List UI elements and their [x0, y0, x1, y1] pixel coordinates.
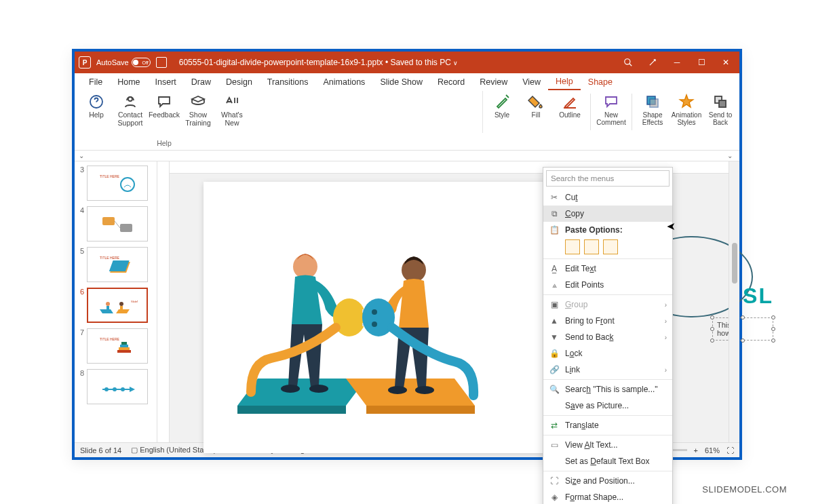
contextual-ribbon: Style Fill Outline New Comment Shape Eff… — [482, 91, 739, 133]
magic-icon[interactable] — [647, 57, 658, 68]
vertical-ruler — [157, 161, 170, 442]
lock-icon: 🔒 — [549, 348, 560, 359]
ribbon-collapse-bar[interactable]: ⌄ ⌄ — [75, 151, 739, 161]
edit-text-icon: A̲ — [549, 263, 560, 274]
save-icon[interactable] — [156, 57, 167, 68]
svg-rect-27 — [120, 345, 128, 347]
menu-insert[interactable]: Insert — [148, 75, 184, 90]
fit-to-window-icon[interactable]: ⛶ — [726, 446, 734, 454]
ribbon-contact-support[interactable]: Contact Support — [114, 94, 147, 127]
slide-counter[interactable]: Slide 6 of 14 — [80, 446, 121, 454]
svg-marker-37 — [366, 406, 475, 414]
ribbon-new-comment[interactable]: New Comment — [595, 94, 627, 130]
cm-alt-text[interactable]: ▭View Alt Text... — [543, 437, 672, 453]
chevron-down-icon: ⌄ — [79, 152, 84, 159]
svg-rect-11 — [102, 217, 115, 225]
menu-draw[interactable]: Draw — [184, 75, 218, 90]
cm-default-textbox[interactable]: Set as Default Text Box — [543, 453, 672, 469]
cm-format-shape[interactable]: ◈Format Shape... — [543, 489, 672, 504]
watermark: SLIDEMODEL.COM — [702, 484, 787, 495]
bring-front-icon: ▲ — [549, 315, 560, 326]
menu-record[interactable]: Record — [430, 75, 472, 90]
close-icon[interactable]: ✕ — [720, 57, 731, 68]
menu-help[interactable]: Help — [548, 74, 581, 90]
slide-thumb-5[interactable]: TITLE HERE — [87, 247, 148, 282]
paste-option-text[interactable] — [603, 239, 618, 254]
paste-option-source[interactable] — [565, 239, 580, 254]
cm-edit-text[interactable]: A̲Edit Text — [543, 260, 672, 277]
cm-link[interactable]: 🔗Link› — [543, 362, 672, 378]
thumb-number: 3 — [77, 166, 84, 201]
svg-point-45 — [388, 386, 407, 394]
autosave-toggle[interactable]: AutoSave Off — [96, 58, 151, 67]
ribbon-shape-effects[interactable]: Shape Effects — [636, 94, 669, 130]
cm-lock[interactable]: 🔒Lock — [543, 345, 672, 362]
ribbon-group-label: Help — [157, 139, 172, 149]
svg-text:TITLE HERE: TITLE HERE — [100, 256, 120, 260]
menu-review[interactable]: Review — [472, 75, 515, 90]
minimize-icon[interactable]: ─ — [672, 57, 682, 68]
search-icon[interactable] — [623, 57, 634, 68]
cm-edit-points[interactable]: ⟁Edit Points — [543, 277, 672, 293]
svg-point-32 — [121, 387, 125, 391]
menu-design[interactable]: Design — [218, 75, 260, 90]
cm-translate[interactable]: ⇄Translate — [543, 417, 672, 433]
ribbon-feedback[interactable]: Feedback — [148, 94, 180, 127]
menu-slideshow[interactable]: Slide Show — [372, 75, 430, 90]
vertical-scrollbar[interactable] — [729, 161, 739, 442]
svg-rect-6 — [650, 99, 658, 107]
ribbon-animation-styles[interactable]: Animation Styles — [670, 94, 703, 130]
scrollbar-thumb[interactable] — [732, 243, 737, 284]
cm-send-to-back[interactable]: ▼Send to Back› — [543, 329, 672, 345]
paste-option-merge[interactable] — [584, 239, 599, 254]
document-title[interactable]: 60555-01-digital-divide-powerpoint-templ… — [179, 58, 458, 67]
menu-animations[interactable]: Animations — [316, 75, 373, 90]
zoom-level[interactable]: 61% — [705, 446, 720, 454]
ribbon-fill[interactable]: Fill — [520, 94, 552, 130]
svg-rect-22 — [120, 306, 123, 310]
search-icon: 🔍 — [549, 384, 560, 395]
toggle-off-icon[interactable]: Off — [132, 58, 151, 67]
slide-thumb-3[interactable]: TITLE HERE — [87, 166, 148, 201]
ribbon-help[interactable]: Help — [80, 94, 113, 127]
ribbon-show-training[interactable]: Show Training — [182, 94, 214, 127]
selected-textbox[interactable]: This is how t — [712, 317, 773, 341]
menu-file[interactable]: File — [81, 75, 110, 90]
svg-marker-34 — [237, 379, 366, 406]
zoom-in-icon[interactable]: + — [694, 446, 698, 454]
cm-bring-to-front[interactable]: ▲Bring to Front› — [543, 313, 672, 329]
ribbon-send-to-back[interactable]: Send to Back — [704, 94, 737, 130]
menu-transitions[interactable]: Transitions — [260, 75, 316, 90]
cm-copy[interactable]: ⧉Copy — [543, 206, 672, 222]
slide-thumb-6[interactable]: SlideModel — [87, 288, 148, 323]
thumb-number: 8 — [77, 369, 84, 404]
menu-view[interactable]: View — [515, 75, 548, 90]
svg-line-1 — [629, 64, 632, 66]
slide-illustration[interactable] — [224, 236, 495, 426]
slide-thumb-7[interactable]: TITLE HERE — [87, 328, 148, 364]
svg-marker-36 — [346, 379, 475, 406]
cm-cut[interactable]: ✂Cut — [543, 189, 672, 206]
menu-shape-format[interactable]: Shape — [581, 75, 620, 90]
app-icon: P — [79, 56, 91, 69]
slide-thumb-4[interactable] — [87, 206, 148, 241]
svg-line-13 — [115, 221, 120, 228]
svg-text:TITLE HERE: TITLE HERE — [100, 337, 120, 341]
menu-search-input[interactable]: Search the menus — [546, 170, 670, 187]
slide-thumb-8[interactable] — [87, 369, 148, 404]
cm-size-position[interactable]: ⛶Size and Position... — [543, 473, 672, 489]
translate-icon: ⇄ — [549, 420, 560, 431]
cm-smart-search[interactable]: 🔍Search "This is sample..." — [543, 381, 672, 398]
ribbon-style[interactable]: Style — [486, 94, 518, 130]
ribbon-options-icon[interactable]: ⌄ — [727, 152, 733, 159]
slide-title-text[interactable]: SL — [743, 284, 773, 309]
menu-home[interactable]: Home — [110, 75, 147, 90]
thumbnail-panel[interactable]: 3TITLE HERE 4 5TITLE HERE 6SlideModel 7T… — [75, 161, 157, 442]
svg-rect-4 — [564, 107, 576, 109]
svg-point-10 — [121, 178, 134, 191]
ribbon-group-help: Help Contact Support Feedback Show Train… — [75, 91, 254, 150]
ribbon-outline[interactable]: Outline — [554, 94, 586, 130]
cm-save-as-picture[interactable]: Save as Picture... — [543, 398, 672, 414]
ribbon-whats-new[interactable]: What's New — [216, 94, 248, 127]
maximize-icon[interactable]: ☐ — [696, 57, 707, 68]
